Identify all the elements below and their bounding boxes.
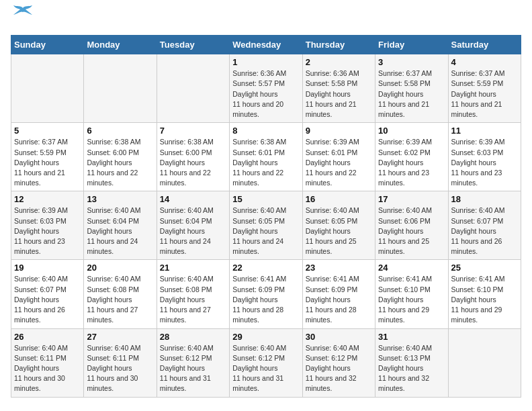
calendar-cell: 7 Sunrise: 6:38 AM Sunset: 6:00 PM Dayli… bbox=[157, 123, 229, 191]
day-info: Sunrise: 6:40 AM Sunset: 6:07 PM Dayligh… bbox=[451, 205, 518, 257]
day-info: Sunrise: 6:39 AM Sunset: 6:03 PM Dayligh… bbox=[451, 137, 518, 188]
calendar-cell: 11 Sunrise: 6:39 AM Sunset: 6:03 PM Dayl… bbox=[448, 123, 521, 191]
day-info: Sunrise: 6:37 AM Sunset: 5:59 PM Dayligh… bbox=[14, 137, 81, 188]
day-number: 14 bbox=[160, 194, 226, 204]
day-info: Sunrise: 6:40 AM Sunset: 6:11 PM Dayligh… bbox=[14, 343, 81, 394]
calendar-cell: 27 Sunrise: 6:40 AM Sunset: 6:11 PM Dayl… bbox=[84, 328, 157, 397]
calendar-cell: 21 Sunrise: 6:40 AM Sunset: 6:08 PM Dayl… bbox=[157, 260, 229, 328]
day-number: 16 bbox=[306, 194, 372, 204]
day-number: 20 bbox=[87, 263, 153, 273]
day-info: Sunrise: 6:38 AM Sunset: 6:00 PM Dayligh… bbox=[160, 137, 226, 188]
calendar-cell: 13 Sunrise: 6:40 AM Sunset: 6:04 PM Dayl… bbox=[84, 191, 157, 260]
day-number: 23 bbox=[306, 263, 372, 273]
day-info: Sunrise: 6:41 AM Sunset: 6:09 PM Dayligh… bbox=[306, 274, 372, 325]
day-info: Sunrise: 6:40 AM Sunset: 6:12 PM Dayligh… bbox=[160, 343, 226, 394]
day-header-sunday: Sunday bbox=[11, 36, 84, 54]
calendar-cell bbox=[11, 54, 84, 123]
calendar-cell bbox=[157, 54, 229, 123]
calendar-cell: 2 Sunrise: 6:36 AM Sunset: 5:58 PM Dayli… bbox=[302, 54, 375, 123]
day-info: Sunrise: 6:41 AM Sunset: 6:10 PM Dayligh… bbox=[378, 274, 445, 325]
day-number: 24 bbox=[378, 263, 445, 273]
day-number: 2 bbox=[306, 57, 372, 67]
week-row-4: 19 Sunrise: 6:40 AM Sunset: 6:07 PM Dayl… bbox=[11, 260, 521, 328]
calendar-cell: 23 Sunrise: 6:41 AM Sunset: 6:09 PM Dayl… bbox=[302, 260, 375, 328]
calendar-cell: 17 Sunrise: 6:40 AM Sunset: 6:06 PM Dayl… bbox=[375, 191, 448, 260]
day-info: Sunrise: 6:39 AM Sunset: 6:01 PM Dayligh… bbox=[306, 137, 372, 188]
calendar-cell: 14 Sunrise: 6:40 AM Sunset: 6:04 PM Dayl… bbox=[157, 191, 229, 260]
day-info: Sunrise: 6:39 AM Sunset: 6:02 PM Dayligh… bbox=[378, 137, 445, 188]
calendar-cell: 26 Sunrise: 6:40 AM Sunset: 6:11 PM Dayl… bbox=[11, 328, 84, 397]
calendar-cell: 18 Sunrise: 6:40 AM Sunset: 6:07 PM Dayl… bbox=[448, 191, 521, 260]
logo-bird-icon bbox=[13, 5, 32, 20]
day-number: 31 bbox=[378, 332, 445, 342]
day-number: 9 bbox=[306, 126, 372, 136]
day-number: 17 bbox=[378, 194, 445, 204]
calendar-cell: 25 Sunrise: 6:41 AM Sunset: 6:10 PM Dayl… bbox=[448, 260, 521, 328]
day-info: Sunrise: 6:41 AM Sunset: 6:10 PM Dayligh… bbox=[451, 274, 518, 325]
week-row-1: 1 Sunrise: 6:36 AM Sunset: 5:57 PM Dayli… bbox=[11, 54, 521, 123]
calendar-cell: 15 Sunrise: 6:40 AM Sunset: 6:05 PM Dayl… bbox=[230, 191, 302, 260]
day-number: 11 bbox=[451, 126, 518, 136]
day-info: Sunrise: 6:38 AM Sunset: 6:00 PM Dayligh… bbox=[87, 137, 153, 188]
day-header-monday: Monday bbox=[84, 36, 157, 54]
day-number: 28 bbox=[160, 332, 226, 342]
day-info: Sunrise: 6:39 AM Sunset: 6:03 PM Dayligh… bbox=[14, 205, 81, 257]
calendar-cell: 24 Sunrise: 6:41 AM Sunset: 6:10 PM Dayl… bbox=[375, 260, 448, 328]
day-info: Sunrise: 6:40 AM Sunset: 6:05 PM Dayligh… bbox=[232, 205, 299, 257]
day-info: Sunrise: 6:40 AM Sunset: 6:12 PM Dayligh… bbox=[232, 343, 299, 394]
day-number: 4 bbox=[451, 57, 518, 67]
day-info: Sunrise: 6:41 AM Sunset: 6:09 PM Dayligh… bbox=[232, 274, 299, 325]
day-number: 19 bbox=[14, 263, 81, 273]
day-number: 21 bbox=[160, 263, 226, 273]
day-info: Sunrise: 6:36 AM Sunset: 5:57 PM Dayligh… bbox=[232, 68, 299, 120]
day-info: Sunrise: 6:40 AM Sunset: 6:08 PM Dayligh… bbox=[87, 274, 153, 325]
day-number: 10 bbox=[378, 126, 445, 136]
day-number: 29 bbox=[232, 332, 299, 342]
calendar-cell: 5 Sunrise: 6:37 AM Sunset: 5:59 PM Dayli… bbox=[11, 123, 84, 191]
day-number: 7 bbox=[160, 126, 226, 136]
calendar-cell: 9 Sunrise: 6:39 AM Sunset: 6:01 PM Dayli… bbox=[302, 123, 375, 191]
day-info: Sunrise: 6:37 AM Sunset: 5:58 PM Dayligh… bbox=[378, 68, 445, 120]
day-number: 18 bbox=[451, 194, 518, 204]
calendar-cell: 19 Sunrise: 6:40 AM Sunset: 6:07 PM Dayl… bbox=[11, 260, 84, 328]
calendar-cell: 12 Sunrise: 6:39 AM Sunset: 6:03 PM Dayl… bbox=[11, 191, 84, 260]
day-number: 26 bbox=[14, 332, 81, 342]
day-header-thursday: Thursday bbox=[302, 36, 375, 54]
calendar-cell: 1 Sunrise: 6:36 AM Sunset: 5:57 PM Dayli… bbox=[230, 54, 302, 123]
day-info: Sunrise: 6:40 AM Sunset: 6:12 PM Dayligh… bbox=[306, 343, 372, 394]
day-header-saturday: Saturday bbox=[448, 36, 521, 54]
header-row: SundayMondayTuesdayWednesdayThursdayFrid… bbox=[11, 36, 521, 54]
day-info: Sunrise: 6:40 AM Sunset: 6:04 PM Dayligh… bbox=[87, 205, 153, 257]
day-number: 3 bbox=[378, 57, 445, 67]
calendar-cell bbox=[448, 328, 521, 397]
day-info: Sunrise: 6:38 AM Sunset: 6:01 PM Dayligh… bbox=[232, 137, 299, 188]
day-number: 30 bbox=[306, 332, 372, 342]
day-info: Sunrise: 6:36 AM Sunset: 5:58 PM Dayligh… bbox=[306, 68, 372, 120]
day-info: Sunrise: 6:40 AM Sunset: 6:13 PM Dayligh… bbox=[378, 343, 445, 394]
day-info: Sunrise: 6:40 AM Sunset: 6:06 PM Dayligh… bbox=[378, 205, 445, 257]
day-info: Sunrise: 6:40 AM Sunset: 6:07 PM Dayligh… bbox=[14, 274, 81, 325]
calendar-cell bbox=[84, 54, 157, 123]
week-row-3: 12 Sunrise: 6:39 AM Sunset: 6:03 PM Dayl… bbox=[11, 191, 521, 260]
day-number: 27 bbox=[87, 332, 153, 342]
day-number: 25 bbox=[451, 263, 518, 273]
calendar-cell: 31 Sunrise: 6:40 AM Sunset: 6:13 PM Dayl… bbox=[375, 328, 448, 397]
calendar-cell: 29 Sunrise: 6:40 AM Sunset: 6:12 PM Dayl… bbox=[230, 328, 302, 397]
day-header-friday: Friday bbox=[375, 36, 448, 54]
day-number: 1 bbox=[232, 57, 299, 67]
calendar-cell: 3 Sunrise: 6:37 AM Sunset: 5:58 PM Dayli… bbox=[375, 54, 448, 123]
day-number: 22 bbox=[232, 263, 299, 273]
calendar-cell: 4 Sunrise: 6:37 AM Sunset: 5:59 PM Dayli… bbox=[448, 54, 521, 123]
day-number: 6 bbox=[87, 126, 153, 136]
calendar-table: SundayMondayTuesdayWednesdayThursdayFrid… bbox=[11, 35, 521, 397]
calendar-cell: 16 Sunrise: 6:40 AM Sunset: 6:05 PM Dayl… bbox=[302, 191, 375, 260]
day-header-wednesday: Wednesday bbox=[230, 36, 302, 54]
day-info: Sunrise: 6:40 AM Sunset: 6:11 PM Dayligh… bbox=[87, 343, 153, 394]
calendar-cell: 8 Sunrise: 6:38 AM Sunset: 6:01 PM Dayli… bbox=[230, 123, 302, 191]
calendar-cell: 6 Sunrise: 6:38 AM Sunset: 6:00 PM Dayli… bbox=[84, 123, 157, 191]
day-info: Sunrise: 6:40 AM Sunset: 6:05 PM Dayligh… bbox=[306, 205, 372, 257]
page-header bbox=[11, 11, 521, 27]
day-info: Sunrise: 6:40 AM Sunset: 6:08 PM Dayligh… bbox=[160, 274, 226, 325]
week-row-2: 5 Sunrise: 6:37 AM Sunset: 5:59 PM Dayli… bbox=[11, 123, 521, 191]
day-number: 13 bbox=[87, 194, 153, 204]
